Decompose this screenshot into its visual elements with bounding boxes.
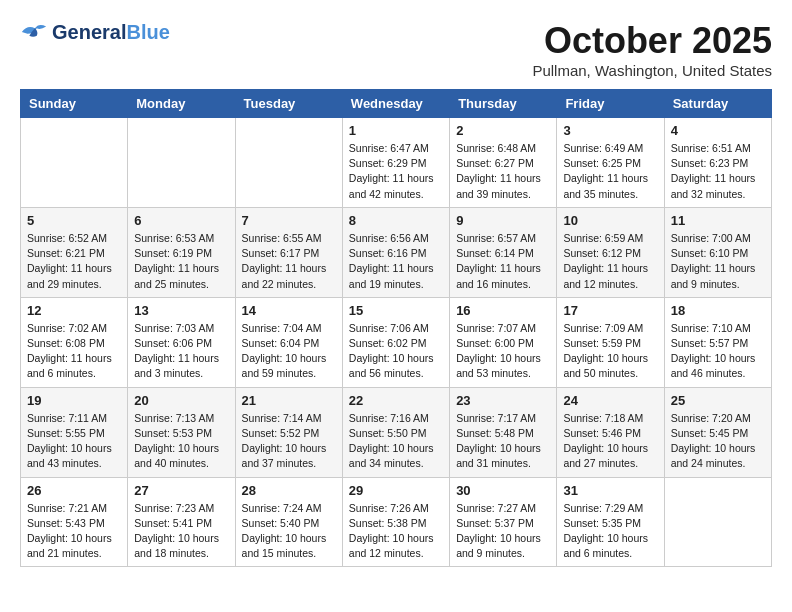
- calendar-header-monday: Monday: [128, 90, 235, 118]
- day-number: 14: [242, 303, 336, 318]
- day-info: Sunrise: 7:11 AM Sunset: 5:55 PM Dayligh…: [27, 411, 121, 472]
- calendar-cell: 20Sunrise: 7:13 AM Sunset: 5:53 PM Dayli…: [128, 387, 235, 477]
- calendar-week-row: 19Sunrise: 7:11 AM Sunset: 5:55 PM Dayli…: [21, 387, 772, 477]
- calendar-cell: 3Sunrise: 6:49 AM Sunset: 6:25 PM Daylig…: [557, 118, 664, 208]
- day-number: 10: [563, 213, 657, 228]
- day-info: Sunrise: 7:16 AM Sunset: 5:50 PM Dayligh…: [349, 411, 443, 472]
- calendar-cell: 8Sunrise: 6:56 AM Sunset: 6:16 PM Daylig…: [342, 207, 449, 297]
- day-info: Sunrise: 7:14 AM Sunset: 5:52 PM Dayligh…: [242, 411, 336, 472]
- calendar-cell: [664, 477, 771, 567]
- day-number: 6: [134, 213, 228, 228]
- logo-blue: Blue: [126, 21, 169, 44]
- day-info: Sunrise: 6:48 AM Sunset: 6:27 PM Dayligh…: [456, 141, 550, 202]
- month-title: October 2025: [532, 20, 772, 62]
- calendar-cell: 22Sunrise: 7:16 AM Sunset: 5:50 PM Dayli…: [342, 387, 449, 477]
- day-number: 17: [563, 303, 657, 318]
- day-number: 5: [27, 213, 121, 228]
- calendar-week-row: 26Sunrise: 7:21 AM Sunset: 5:43 PM Dayli…: [21, 477, 772, 567]
- day-info: Sunrise: 7:27 AM Sunset: 5:37 PM Dayligh…: [456, 501, 550, 562]
- day-info: Sunrise: 6:57 AM Sunset: 6:14 PM Dayligh…: [456, 231, 550, 292]
- calendar-header-row: SundayMondayTuesdayWednesdayThursdayFrid…: [21, 90, 772, 118]
- day-number: 27: [134, 483, 228, 498]
- calendar-cell: 24Sunrise: 7:18 AM Sunset: 5:46 PM Dayli…: [557, 387, 664, 477]
- day-info: Sunrise: 6:52 AM Sunset: 6:21 PM Dayligh…: [27, 231, 121, 292]
- calendar-cell: [21, 118, 128, 208]
- day-info: Sunrise: 7:17 AM Sunset: 5:48 PM Dayligh…: [456, 411, 550, 472]
- day-number: 21: [242, 393, 336, 408]
- day-info: Sunrise: 7:18 AM Sunset: 5:46 PM Dayligh…: [563, 411, 657, 472]
- calendar-cell: [128, 118, 235, 208]
- day-number: 13: [134, 303, 228, 318]
- title-block: October 2025 Pullman, Washington, United…: [532, 20, 772, 79]
- calendar-cell: 12Sunrise: 7:02 AM Sunset: 6:08 PM Dayli…: [21, 297, 128, 387]
- day-info: Sunrise: 7:21 AM Sunset: 5:43 PM Dayligh…: [27, 501, 121, 562]
- logo: General Blue: [20, 20, 170, 44]
- day-number: 25: [671, 393, 765, 408]
- day-info: Sunrise: 6:51 AM Sunset: 6:23 PM Dayligh…: [671, 141, 765, 202]
- calendar-cell: 5Sunrise: 6:52 AM Sunset: 6:21 PM Daylig…: [21, 207, 128, 297]
- day-info: Sunrise: 7:20 AM Sunset: 5:45 PM Dayligh…: [671, 411, 765, 472]
- calendar-cell: 23Sunrise: 7:17 AM Sunset: 5:48 PM Dayli…: [450, 387, 557, 477]
- day-number: 3: [563, 123, 657, 138]
- calendar-week-row: 12Sunrise: 7:02 AM Sunset: 6:08 PM Dayli…: [21, 297, 772, 387]
- calendar-cell: 11Sunrise: 7:00 AM Sunset: 6:10 PM Dayli…: [664, 207, 771, 297]
- calendar-cell: 17Sunrise: 7:09 AM Sunset: 5:59 PM Dayli…: [557, 297, 664, 387]
- day-info: Sunrise: 7:07 AM Sunset: 6:00 PM Dayligh…: [456, 321, 550, 382]
- day-number: 18: [671, 303, 765, 318]
- day-info: Sunrise: 7:10 AM Sunset: 5:57 PM Dayligh…: [671, 321, 765, 382]
- day-info: Sunrise: 7:04 AM Sunset: 6:04 PM Dayligh…: [242, 321, 336, 382]
- calendar-week-row: 1Sunrise: 6:47 AM Sunset: 6:29 PM Daylig…: [21, 118, 772, 208]
- calendar-header-thursday: Thursday: [450, 90, 557, 118]
- day-info: Sunrise: 7:03 AM Sunset: 6:06 PM Dayligh…: [134, 321, 228, 382]
- day-number: 20: [134, 393, 228, 408]
- calendar-cell: 15Sunrise: 7:06 AM Sunset: 6:02 PM Dayli…: [342, 297, 449, 387]
- day-number: 8: [349, 213, 443, 228]
- location: Pullman, Washington, United States: [532, 62, 772, 79]
- calendar-header-tuesday: Tuesday: [235, 90, 342, 118]
- calendar-cell: 16Sunrise: 7:07 AM Sunset: 6:00 PM Dayli…: [450, 297, 557, 387]
- calendar-cell: 1Sunrise: 6:47 AM Sunset: 6:29 PM Daylig…: [342, 118, 449, 208]
- day-info: Sunrise: 7:13 AM Sunset: 5:53 PM Dayligh…: [134, 411, 228, 472]
- calendar-cell: 10Sunrise: 6:59 AM Sunset: 6:12 PM Dayli…: [557, 207, 664, 297]
- day-info: Sunrise: 7:02 AM Sunset: 6:08 PM Dayligh…: [27, 321, 121, 382]
- day-number: 23: [456, 393, 550, 408]
- calendar-cell: 6Sunrise: 6:53 AM Sunset: 6:19 PM Daylig…: [128, 207, 235, 297]
- calendar-cell: 27Sunrise: 7:23 AM Sunset: 5:41 PM Dayli…: [128, 477, 235, 567]
- day-info: Sunrise: 7:29 AM Sunset: 5:35 PM Dayligh…: [563, 501, 657, 562]
- day-number: 7: [242, 213, 336, 228]
- day-number: 28: [242, 483, 336, 498]
- logo-general: General: [52, 21, 126, 44]
- calendar-cell: 29Sunrise: 7:26 AM Sunset: 5:38 PM Dayli…: [342, 477, 449, 567]
- day-number: 15: [349, 303, 443, 318]
- day-number: 2: [456, 123, 550, 138]
- day-number: 12: [27, 303, 121, 318]
- calendar-cell: 7Sunrise: 6:55 AM Sunset: 6:17 PM Daylig…: [235, 207, 342, 297]
- calendar-cell: 25Sunrise: 7:20 AM Sunset: 5:45 PM Dayli…: [664, 387, 771, 477]
- page-header: General Blue October 2025 Pullman, Washi…: [20, 20, 772, 79]
- day-number: 26: [27, 483, 121, 498]
- calendar-header-sunday: Sunday: [21, 90, 128, 118]
- calendar-header-saturday: Saturday: [664, 90, 771, 118]
- calendar-cell: 28Sunrise: 7:24 AM Sunset: 5:40 PM Dayli…: [235, 477, 342, 567]
- logo-bird-icon: [20, 20, 48, 44]
- day-info: Sunrise: 6:49 AM Sunset: 6:25 PM Dayligh…: [563, 141, 657, 202]
- day-number: 29: [349, 483, 443, 498]
- day-info: Sunrise: 7:00 AM Sunset: 6:10 PM Dayligh…: [671, 231, 765, 292]
- day-number: 4: [671, 123, 765, 138]
- day-info: Sunrise: 7:09 AM Sunset: 5:59 PM Dayligh…: [563, 321, 657, 382]
- calendar-cell: 14Sunrise: 7:04 AM Sunset: 6:04 PM Dayli…: [235, 297, 342, 387]
- calendar-week-row: 5Sunrise: 6:52 AM Sunset: 6:21 PM Daylig…: [21, 207, 772, 297]
- day-number: 1: [349, 123, 443, 138]
- day-number: 9: [456, 213, 550, 228]
- day-number: 31: [563, 483, 657, 498]
- calendar-table: SundayMondayTuesdayWednesdayThursdayFrid…: [20, 89, 772, 567]
- day-info: Sunrise: 7:26 AM Sunset: 5:38 PM Dayligh…: [349, 501, 443, 562]
- calendar-header-friday: Friday: [557, 90, 664, 118]
- day-info: Sunrise: 7:24 AM Sunset: 5:40 PM Dayligh…: [242, 501, 336, 562]
- day-number: 11: [671, 213, 765, 228]
- calendar-cell: 21Sunrise: 7:14 AM Sunset: 5:52 PM Dayli…: [235, 387, 342, 477]
- calendar-cell: 26Sunrise: 7:21 AM Sunset: 5:43 PM Dayli…: [21, 477, 128, 567]
- day-number: 16: [456, 303, 550, 318]
- day-info: Sunrise: 6:59 AM Sunset: 6:12 PM Dayligh…: [563, 231, 657, 292]
- calendar-cell: [235, 118, 342, 208]
